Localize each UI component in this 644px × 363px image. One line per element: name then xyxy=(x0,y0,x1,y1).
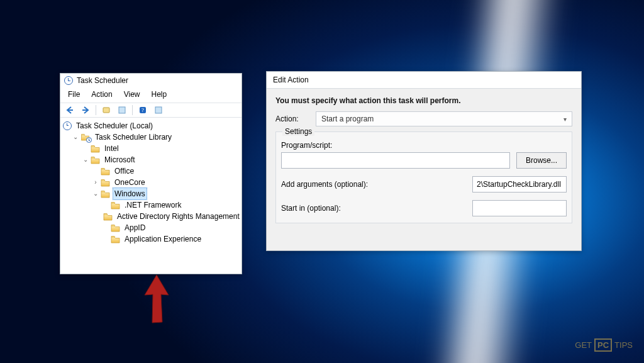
tree-appexp-label: Application Experience xyxy=(123,233,203,245)
tree-onecore[interactable]: › OneCore xyxy=(92,177,240,188)
collapse-icon[interactable]: ⌄ xyxy=(82,154,89,165)
folder-icon xyxy=(101,190,110,198)
action-dropdown[interactable]: Start a program ▾ xyxy=(316,111,572,126)
tree-netfx[interactable]: .NET Framework xyxy=(102,199,240,211)
tree-windows[interactable]: ⌄ Windows xyxy=(92,188,240,199)
edit-action-dialog: Edit Action You must specify what action… xyxy=(266,71,582,251)
tree-windows-label: Windows xyxy=(113,187,147,200)
svg-rect-1 xyxy=(119,107,125,113)
folder-icon xyxy=(101,179,110,187)
tree-root-label: Task Scheduler (Local) xyxy=(74,120,155,131)
folder-icon xyxy=(101,167,110,176)
tree-microsoft[interactable]: ⌄ Microsoft xyxy=(82,154,240,165)
tree-office-label: Office xyxy=(113,165,136,177)
folder-icon xyxy=(91,145,100,153)
startin-input[interactable] xyxy=(472,200,567,216)
tree-root[interactable]: Task Scheduler (Local) xyxy=(62,120,240,131)
tree-appid-label: AppID xyxy=(123,222,147,233)
settings-group: Settings Program/script: Browse... Add a… xyxy=(275,131,572,223)
toolbar-button-3[interactable] xyxy=(152,104,165,116)
toolbar-separator xyxy=(132,105,133,115)
collapse-icon[interactable]: ⌄ xyxy=(92,188,99,199)
tree-appexp[interactable]: Application Experience xyxy=(102,233,240,245)
folder-icon xyxy=(91,156,100,164)
arguments-input[interactable] xyxy=(472,176,567,193)
menu-file[interactable]: File xyxy=(63,89,85,100)
svg-rect-0 xyxy=(103,108,109,113)
menu-bar: File Action View Help xyxy=(60,87,242,103)
tree-intel-label: Intel xyxy=(103,143,121,154)
tree-intel[interactable]: Intel xyxy=(82,143,240,154)
chevron-down-icon: ▾ xyxy=(564,116,567,123)
action-dropdown-value: Start a program xyxy=(321,114,374,123)
window-titlebar: Task Scheduler xyxy=(60,74,242,87)
tree-library[interactable]: ⌄ Task Scheduler Library xyxy=(72,131,240,143)
folder-icon xyxy=(111,224,120,232)
task-scheduler-window: Task Scheduler File Action View Help ? T… xyxy=(60,73,242,274)
dialog-title: Edit Action xyxy=(267,72,581,89)
help-button[interactable]: ? xyxy=(136,104,150,116)
tree-microsoft-label: Microsoft xyxy=(103,154,137,165)
library-icon xyxy=(80,133,91,142)
toolbar-button-1[interactable] xyxy=(99,104,113,116)
tree-adrm[interactable]: Active Directory Rights Management xyxy=(102,211,240,222)
tree-office[interactable]: Office xyxy=(92,165,240,177)
toolbar: ? xyxy=(60,103,242,118)
clock-icon xyxy=(64,76,73,85)
menu-view[interactable]: View xyxy=(119,89,145,100)
program-label: Program/script: xyxy=(281,141,567,150)
tree-view: Task Scheduler (Local) ⌄ Task Scheduler … xyxy=(60,118,242,247)
svg-text:?: ? xyxy=(142,107,144,113)
tree-netfx-label: .NET Framework xyxy=(123,199,183,211)
program-input[interactable] xyxy=(281,152,510,169)
toolbar-separator xyxy=(96,105,96,115)
watermark: GETPCTIPS xyxy=(575,338,633,352)
expand-icon[interactable]: › xyxy=(92,177,99,188)
menu-help[interactable]: Help xyxy=(147,89,172,100)
clock-icon xyxy=(63,121,72,130)
dialog-subtitle: You must specify what action this task w… xyxy=(267,89,581,111)
settings-group-label: Settings xyxy=(282,127,314,136)
nav-forward-button[interactable] xyxy=(79,104,92,116)
annotation-arrow-icon xyxy=(143,275,170,324)
menu-action[interactable]: Action xyxy=(86,89,117,100)
tree-library-label: Task Scheduler Library xyxy=(93,131,174,143)
folder-icon xyxy=(111,235,120,243)
folder-icon xyxy=(111,201,120,209)
window-title-text: Task Scheduler xyxy=(77,76,128,85)
svg-rect-4 xyxy=(155,107,162,113)
browse-button[interactable]: Browse... xyxy=(516,152,567,169)
startin-label: Start in (optional): xyxy=(281,204,341,213)
action-label: Action: xyxy=(275,114,309,123)
nav-back-button[interactable] xyxy=(63,104,77,116)
toolbar-button-2[interactable] xyxy=(115,104,129,116)
tree-appid[interactable]: AppID xyxy=(102,222,240,233)
collapse-icon[interactable]: ⌄ xyxy=(72,131,79,143)
tree-onecore-label: OneCore xyxy=(113,177,147,188)
folder-icon xyxy=(103,213,113,221)
arguments-label: Add arguments (optional): xyxy=(281,180,368,189)
tree-adrm-label: Active Directory Rights Management xyxy=(115,211,242,222)
